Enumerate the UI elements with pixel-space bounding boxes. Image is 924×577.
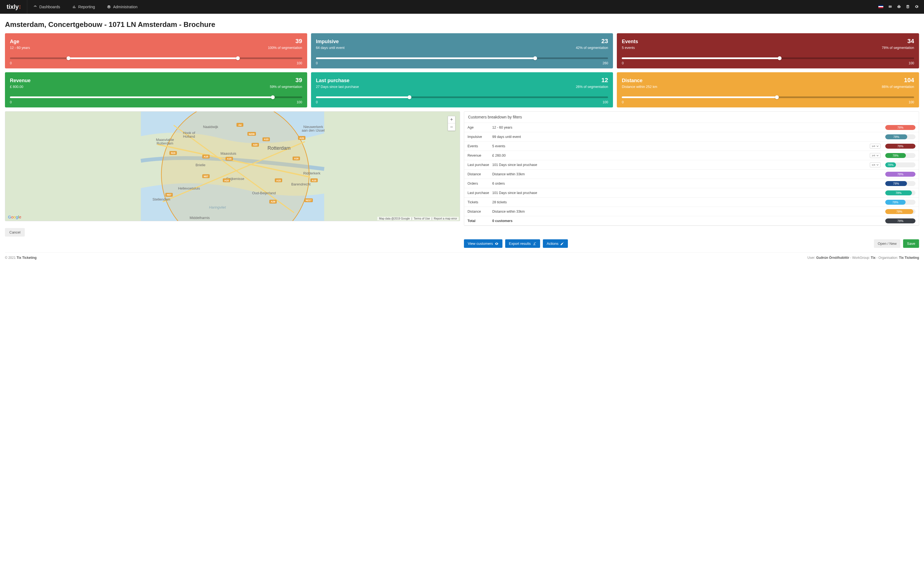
card-rev-slider[interactable]	[10, 97, 302, 98]
svg-text:A15: A15	[227, 158, 231, 160]
nav-dashboards[interactable]: Dashboards	[27, 0, 66, 14]
svg-text:A29: A29	[271, 200, 275, 203]
logo[interactable]: tixly	[0, 0, 27, 14]
svg-text:Oud-Beijerland: Oud-Beijerland	[252, 191, 276, 195]
filter-value: 0 customers	[492, 219, 870, 223]
filter-label: Orders	[467, 182, 492, 185]
nav-administration-label: Administration	[113, 5, 137, 9]
map-terms-link[interactable]: Terms of Use	[414, 217, 430, 220]
filter-label: Events	[467, 144, 492, 148]
svg-text:N57: N57	[204, 175, 208, 178]
card-rev: Revenue39£ 800.0059% of segmentation0100	[5, 72, 307, 108]
map-zoom-in[interactable]: +	[448, 116, 455, 123]
card-rev-value: 39	[296, 77, 302, 84]
segment-cards: Age3912 - 60 years100% of segmentation01…	[5, 33, 919, 108]
filter-operator-select[interactable]: >=	[870, 144, 880, 149]
svg-text:A15: A15	[312, 179, 316, 182]
keyboard-icon[interactable]	[888, 5, 892, 9]
chevron-down-icon	[876, 155, 879, 156]
filter-progress: 78%	[885, 172, 916, 177]
nav-reporting-label: Reporting	[78, 5, 95, 9]
database-icon[interactable]	[906, 5, 910, 9]
page-title: Amsterdam, Concertgebouw - 1071 LN Amste…	[5, 20, 919, 29]
card-last-sub1: 27 Days since last purchase	[316, 85, 359, 89]
export-results-button[interactable]: Export results	[505, 239, 540, 248]
filter-row-1: Impulsive99 days until event78%	[464, 132, 919, 142]
card-imp-slider[interactable]	[316, 57, 608, 59]
bar-chart-icon	[72, 5, 76, 9]
slider-handle-min[interactable]	[66, 56, 70, 60]
open-new-button[interactable]: Open / New	[874, 239, 901, 248]
save-button[interactable]: Save	[903, 239, 919, 248]
card-imp: Impulsive2364 days until event42% of seg…	[311, 33, 613, 68]
view-customers-button[interactable]: View customers	[464, 239, 502, 248]
svg-text:Haringvliet: Haringvliet	[209, 205, 226, 210]
card-dist-value: 104	[904, 77, 914, 84]
nav-administration[interactable]: Administration	[101, 0, 144, 14]
card-evt-value: 34	[908, 38, 914, 45]
slider-handle[interactable]	[407, 95, 411, 99]
map-zoom-out[interactable]: −	[448, 123, 455, 131]
filter-value: 101 Days since last pruchase	[492, 163, 870, 167]
filter-row-10: Total0 customers78%	[464, 216, 919, 226]
slider-handle[interactable]	[778, 56, 782, 60]
svg-text:Middelharnis: Middelharnis	[189, 216, 210, 220]
filter-row-5: DistanceDistance within 33km78%	[464, 169, 919, 179]
filter-progress: 78%	[885, 153, 916, 158]
nav-reporting[interactable]: Reporting	[66, 0, 101, 14]
card-rev-sub2: 59% of segmentation	[270, 85, 302, 89]
card-age-value: 39	[296, 38, 302, 45]
card-imp-value: 23	[601, 38, 608, 45]
slider-handle[interactable]	[271, 95, 275, 99]
card-age-slider[interactable]	[10, 57, 302, 59]
svg-point-1	[162, 111, 309, 221]
svg-text:A20: A20	[253, 143, 257, 146]
svg-text:Rotterdam: Rotterdam	[268, 145, 291, 151]
main-nav: Dashboards Reporting Administration	[27, 0, 144, 14]
svg-text:A16: A16	[294, 157, 298, 160]
topbar-left: tixly Dashboards Reporting Administratio…	[0, 0, 144, 14]
filter-row-3: Revenue£ 260.00>= 78%	[464, 151, 919, 160]
card-dist: Distance104Distance within 252 km86% of …	[617, 72, 919, 108]
gear-icon[interactable]	[915, 5, 919, 9]
svg-text:A13: A13	[264, 138, 268, 141]
chevron-down-icon	[876, 164, 879, 166]
svg-text:Brielle: Brielle	[195, 163, 205, 167]
card-imp-sub2: 42% of segmentation	[576, 46, 608, 50]
filter-operator-select[interactable]: >=	[870, 153, 880, 158]
card-last-slider[interactable]	[316, 97, 608, 98]
svg-text:aan den IJssel: aan den IJssel	[302, 128, 325, 132]
svg-text:N15: N15	[171, 152, 175, 155]
filter-value: 99 days until event	[492, 135, 870, 139]
svg-text:Naaldwijk: Naaldwijk	[203, 125, 218, 129]
filters-panel-heading: Customers breakdown by filters	[464, 111, 919, 123]
filter-progress: 78%	[885, 190, 916, 195]
filter-progress: 78%	[885, 200, 916, 205]
language-flag-icon[interactable]	[878, 5, 883, 9]
svg-text:A20: A20	[299, 137, 304, 140]
filter-operator-select[interactable]: <=	[870, 163, 880, 167]
actions-button[interactable]: Actions	[543, 239, 568, 248]
slider-handle-max[interactable]	[236, 56, 240, 60]
gauge-icon	[33, 5, 37, 9]
slider-handle[interactable]	[775, 95, 779, 99]
filter-progress: 78%	[885, 134, 916, 139]
export-icon	[532, 242, 536, 246]
map-attribution: Map data @2019 Google | Terms of Use | R…	[377, 217, 459, 220]
print-icon[interactable]	[897, 5, 901, 9]
slider-handle[interactable]	[533, 56, 537, 60]
filter-label: Distance	[467, 210, 492, 213]
cancel-button[interactable]: Cancel	[5, 228, 25, 237]
svg-text:Barendrecht: Barendrecht	[291, 182, 311, 186]
filter-label: Total	[467, 219, 492, 223]
map-report-link[interactable]: Report a map error	[434, 217, 457, 220]
card-dist-slider[interactable]	[622, 97, 914, 98]
filter-progress: 78%	[885, 181, 916, 186]
map-zoom-controls: + −	[448, 116, 456, 131]
svg-text:A4: A4	[238, 124, 241, 126]
svg-text:A15: A15	[204, 155, 208, 158]
card-evt-slider[interactable]	[622, 57, 914, 59]
map[interactable]: Rotterdam Naaldwijk Hook of Holland Maas…	[5, 111, 460, 221]
card-age-sub2: 100% of segmentation	[268, 46, 302, 50]
card-last: Last purchase1227 Days since last purcha…	[311, 72, 613, 108]
